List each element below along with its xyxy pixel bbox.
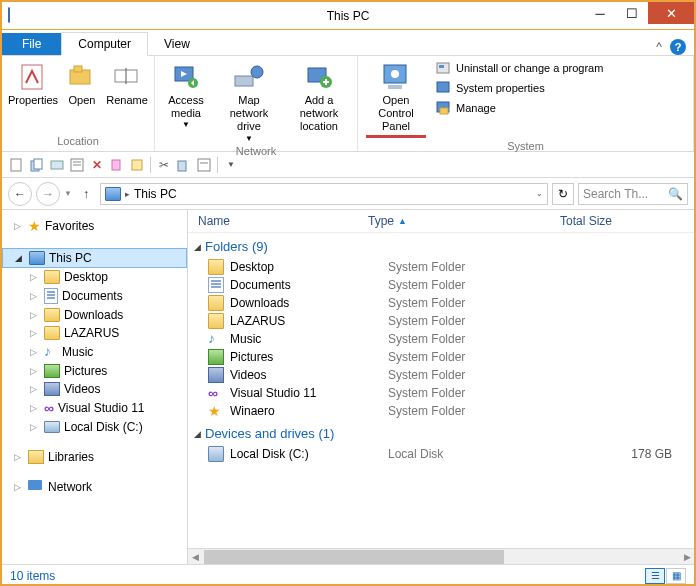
horizontal-scrollbar[interactable]: ◀ ▶ <box>188 548 694 564</box>
list-item[interactable]: ★WinaeroSystem Folder <box>188 402 694 420</box>
group-folders[interactable]: ◢ Folders (9) <box>188 233 694 258</box>
access-media-button[interactable]: Access media▼ <box>159 58 213 132</box>
collapse-icon[interactable]: ◢ <box>15 253 25 263</box>
star-icon: ★ <box>208 403 224 419</box>
uninstall-button[interactable]: Uninstall or change a program <box>432 58 607 78</box>
details-view-button[interactable]: ☰ <box>645 568 665 584</box>
folder-icon <box>44 308 60 322</box>
vs-icon: ∞ <box>44 400 54 416</box>
qat-icon-4[interactable] <box>68 156 86 174</box>
svg-rect-0 <box>22 65 42 89</box>
list-item[interactable]: PicturesSystem Folder <box>188 348 694 366</box>
forward-button[interactable]: → <box>36 182 60 206</box>
tree-network[interactable]: ▷Network <box>2 478 187 496</box>
list-item[interactable]: Local Disk (C:)Local Disk178 GB <box>188 445 694 463</box>
status-bar: 10 items ☰ ▦ <box>2 564 694 586</box>
expand-icon[interactable]: ▷ <box>14 221 24 231</box>
music-icon: ♪ <box>44 344 58 360</box>
qat-delete-icon[interactable]: ✕ <box>88 156 106 174</box>
sort-asc-icon: ▲ <box>398 216 407 226</box>
svg-rect-16 <box>439 65 444 68</box>
qat-icon-9[interactable] <box>175 156 193 174</box>
tree-documents[interactable]: ▷Documents <box>2 286 187 306</box>
rename-button[interactable]: Rename <box>104 58 150 109</box>
open-button[interactable]: Open <box>62 58 102 109</box>
folder-icon <box>208 259 224 275</box>
list-item[interactable]: DocumentsSystem Folder <box>188 276 694 294</box>
address-dropdown-icon[interactable]: ⌄ <box>536 189 543 198</box>
disk-icon <box>44 421 60 433</box>
qat-new-icon[interactable] <box>8 156 26 174</box>
tab-file[interactable]: File <box>2 33 61 55</box>
col-name[interactable]: Name <box>198 214 368 228</box>
list-item[interactable]: DownloadsSystem Folder <box>188 294 694 312</box>
list-item[interactable]: DesktopSystem Folder <box>188 258 694 276</box>
tree-this-pc[interactable]: ◢ This PC <box>2 248 187 268</box>
folder-icon <box>44 326 60 340</box>
ribbon-collapse-icon[interactable]: ^ <box>656 40 662 54</box>
qat-copy-icon[interactable] <box>28 156 46 174</box>
svg-rect-29 <box>178 161 186 171</box>
close-button[interactable]: ✕ <box>648 2 694 24</box>
collapse-icon[interactable]: ◢ <box>194 242 201 252</box>
tree-pictures[interactable]: ▷Pictures <box>2 362 187 380</box>
list-item[interactable]: ♪MusicSystem Folder <box>188 330 694 348</box>
back-button[interactable]: ← <box>8 182 32 206</box>
breadcrumb[interactable]: This PC <box>134 187 177 201</box>
ribbon: Properties Open Rename Location Access m… <box>2 56 694 152</box>
address-field[interactable]: ▸ This PC ⌄ <box>100 183 548 205</box>
icons-view-button[interactable]: ▦ <box>666 568 686 584</box>
tree-downloads[interactable]: ▷Downloads <box>2 306 187 324</box>
tree-libraries[interactable]: ▷Libraries <box>2 448 187 466</box>
qat-icon-3[interactable] <box>48 156 66 174</box>
history-dropdown-icon[interactable]: ▼ <box>64 189 72 198</box>
tree-lazarus[interactable]: ▷LAZARUS <box>2 324 187 342</box>
search-icon: 🔍 <box>668 187 683 201</box>
pc-icon <box>29 251 45 265</box>
tab-view[interactable]: View <box>148 33 206 55</box>
chevron-right-icon[interactable]: ▸ <box>125 189 130 199</box>
manage-icon <box>436 100 452 116</box>
col-type[interactable]: Type▲ <box>368 214 560 228</box>
tree-videos[interactable]: ▷Videos <box>2 380 187 398</box>
properties-button[interactable]: Properties <box>6 58 60 109</box>
help-icon[interactable]: ? <box>670 39 686 55</box>
tab-computer[interactable]: Computer <box>61 32 148 56</box>
svg-rect-17 <box>437 82 449 92</box>
tree-music[interactable]: ▷♪Music <box>2 342 187 362</box>
system-properties-button[interactable]: System properties <box>432 78 607 98</box>
manage-button[interactable]: Manage <box>432 98 607 118</box>
maximize-button[interactable]: ☐ <box>616 2 648 24</box>
qat-icon-10[interactable] <box>195 156 213 174</box>
qat-icon-7[interactable] <box>128 156 146 174</box>
address-bar: ← → ▼ ↑ ▸ This PC ⌄ ↻ Search Th... 🔍 <box>2 178 694 210</box>
documents-icon <box>44 288 58 304</box>
tree-localdisk[interactable]: ▷Local Disk (C:) <box>2 418 187 436</box>
group-devices[interactable]: ◢ Devices and drives (1) <box>188 420 694 445</box>
svg-rect-14 <box>388 85 402 89</box>
col-size[interactable]: Total Size <box>560 214 686 228</box>
tree-favorites[interactable]: ▷ ★ Favorites <box>2 216 187 236</box>
qat-icon-6[interactable] <box>108 156 126 174</box>
window-icon <box>8 8 10 22</box>
open-control-panel-button[interactable]: Open Control Panel <box>362 58 430 140</box>
list-item[interactable]: VideosSystem Folder <box>188 366 694 384</box>
tree-desktop[interactable]: ▷Desktop <box>2 268 187 286</box>
add-location-button[interactable]: Add a network location <box>285 58 353 136</box>
map-drive-button[interactable]: Map network drive▼ <box>215 58 283 145</box>
uninstall-icon <box>436 60 452 76</box>
list-item[interactable]: ∞Visual Studio 11System Folder <box>188 384 694 402</box>
refresh-button[interactable]: ↻ <box>552 183 574 205</box>
qat-dropdown-icon[interactable]: ▼ <box>222 156 240 174</box>
search-input[interactable]: Search Th... 🔍 <box>578 183 688 205</box>
navigation-pane[interactable]: ▷ ★ Favorites ◢ This PC ▷Desktop ▷Docume… <box>2 210 188 564</box>
libraries-icon <box>28 450 44 464</box>
collapse-icon[interactable]: ◢ <box>194 429 201 439</box>
list-item[interactable]: LAZARUSSystem Folder <box>188 312 694 330</box>
svg-rect-2 <box>74 66 82 72</box>
up-button[interactable]: ↑ <box>76 184 96 204</box>
tree-vs[interactable]: ▷∞Visual Studio 11 <box>2 398 187 418</box>
folder-icon <box>44 270 60 284</box>
qat-cut-icon[interactable]: ✂ <box>155 156 173 174</box>
minimize-button[interactable]: ─ <box>584 2 616 24</box>
